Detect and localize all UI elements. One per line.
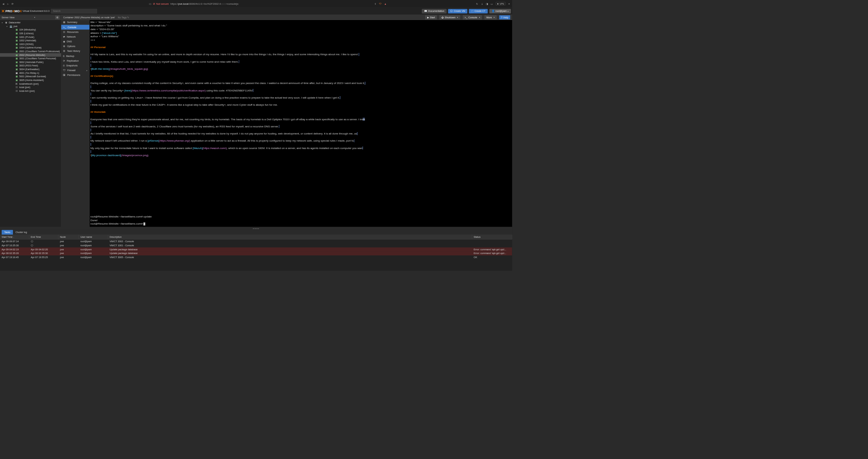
shutdown-button[interactable]: ⏻Shutdown▾ bbox=[439, 15, 460, 19]
brave-shield-icon[interactable]: 🛡 bbox=[379, 2, 381, 5]
log-row[interactable]: Apr 09 04:02:19Apr 09 04:02:20pveroot@pa… bbox=[0, 247, 512, 251]
tab-tasks[interactable]: Tasks bbox=[2, 230, 13, 235]
start-button[interactable]: ▶Start bbox=[425, 15, 437, 19]
tree-item[interactable]: ☷local-lvm (pve) bbox=[0, 89, 61, 93]
more-button[interactable]: More▾ bbox=[485, 15, 496, 19]
tree-item[interactable]: ⌘localnetwork (pve) bbox=[0, 82, 61, 86]
gear-icon[interactable]: ⚙ bbox=[55, 16, 59, 19]
pve-header: ✕PROXMOX Virtual Environment 8.0.3 📖Docu… bbox=[0, 7, 512, 15]
tree-item[interactable]: ▣1003 (DDNS) bbox=[0, 42, 61, 46]
nav-icon: >_ bbox=[63, 26, 66, 28]
forward-button[interactable]: ▶ bbox=[7, 2, 9, 5]
col-end-time[interactable]: End Time bbox=[29, 235, 58, 239]
log-body: Apr 09 09:07:14pveroot@pamVM/CT 2002 - C… bbox=[0, 239, 512, 271]
create-vm-button[interactable]: 🖵Create VM bbox=[448, 9, 468, 13]
mid-panel: Container 2002 (Resume-Website) on node … bbox=[61, 15, 512, 227]
sync-icon[interactable]: ↻ bbox=[476, 2, 478, 5]
side-nav: ▤Summary>_Console☷Resources⇄Network◉DNS⚙… bbox=[61, 20, 90, 227]
sidenav-item-console[interactable]: >_Console bbox=[61, 25, 90, 29]
col-start-time[interactable]: Start Time ↓ bbox=[0, 235, 29, 239]
col-node[interactable]: Node bbox=[58, 235, 79, 239]
tree-item[interactable]: ▣1001 (Pi-hole) bbox=[0, 35, 61, 39]
col-status[interactable]: Status bbox=[472, 235, 512, 239]
vpn-button[interactable]: ◆VPN bbox=[496, 2, 506, 5]
sidenav-item-task-history[interactable]: ☰Task History bbox=[61, 49, 90, 54]
warning-triangle-icon[interactable]: ▲ bbox=[384, 2, 387, 5]
col-description[interactable]: Description bbox=[108, 235, 472, 239]
security-status[interactable]: ⊘Not secure bbox=[153, 2, 169, 5]
breadcrumb: Container 2002 (Resume-Website) on node … bbox=[61, 15, 512, 20]
wallet-icon[interactable]: ▭ bbox=[491, 2, 493, 5]
tab-cluster-log[interactable]: Cluster log bbox=[13, 230, 29, 235]
tree-item[interactable]: ▣3001 (Cloudflare-Tunnel-Personal) bbox=[0, 57, 61, 61]
nav-icon: ⚿ bbox=[63, 74, 65, 77]
tree-item[interactable]: ▣1002 (Heimdall) bbox=[0, 39, 61, 42]
monitor-icon: 🖵 bbox=[450, 10, 453, 13]
tree-item[interactable]: ▣2002 (Resume-Website) bbox=[0, 53, 61, 57]
console-button[interactable]: >_Console▾ bbox=[463, 15, 482, 19]
sidenav-item-dns[interactable]: ◉DNS bbox=[61, 39, 90, 44]
tree-item[interactable]: ▾🖥Datacenter bbox=[0, 21, 61, 24]
tree-item[interactable]: ▾💻pve bbox=[0, 24, 61, 28]
sidebar-icon[interactable]: ◨ bbox=[486, 2, 488, 5]
tags-label[interactable]: No Tags ✎ bbox=[118, 16, 130, 19]
book-icon: 📖 bbox=[424, 10, 427, 13]
tree-item[interactable]: ▣4001 (Tor-Relay-1) bbox=[0, 71, 61, 75]
pencil-icon: ✎ bbox=[127, 16, 129, 19]
server-view-header[interactable]: Server View▾ ⚙ bbox=[0, 15, 61, 20]
drag-handle[interactable]: ▬▬▬ bbox=[0, 227, 512, 230]
create-ct-button[interactable]: ⬚Create CT bbox=[469, 9, 488, 13]
main: Server View▾ ⚙ ▾🖥Datacenter▾💻pve▣104 (Mi… bbox=[0, 15, 512, 227]
log-row[interactable]: Apr 08 02:35:28Apr 08 02:35:30pveroot@pa… bbox=[0, 251, 512, 255]
nav-icon: ⇄ bbox=[63, 35, 65, 38]
tree-item[interactable]: ▣104 (Mindustry) bbox=[0, 28, 61, 32]
sidenav-item-permissions[interactable]: ⚿Permissions bbox=[61, 73, 90, 78]
nav-icon: 🛡 bbox=[63, 69, 65, 72]
sidenav-item-snapshots[interactable]: ⎙Snapshots bbox=[61, 63, 90, 68]
console-terminal[interactable]: title = "About Me" description = "Some b… bbox=[90, 20, 512, 227]
log-row[interactable]: Apr 07 19:16:45Apr 07 19:55:25pveroot@pa… bbox=[0, 255, 512, 259]
sidebar-left: Server View▾ ⚙ ▾🖥Datacenter▾💻pve▣104 (Mi… bbox=[0, 15, 61, 227]
tree-item[interactable]: ▣1004 (Uptime-Kuma) bbox=[0, 46, 61, 50]
tree-item[interactable]: ☷local (pve) bbox=[0, 86, 61, 89]
sidenav-item-network[interactable]: ⇄Network bbox=[61, 34, 90, 39]
sidenav-item-resources[interactable]: ☷Resources bbox=[61, 29, 90, 34]
search-input[interactable] bbox=[51, 9, 97, 13]
back-button[interactable]: ◀ bbox=[2, 2, 4, 5]
sidenav-item-firewall[interactable]: 🛡Firewall▸ bbox=[61, 68, 90, 73]
tree-item[interactable]: ▣2001 (Cloudflare-Tunnel-Professional) bbox=[0, 49, 61, 53]
log-row[interactable]: Apr 07 10:25:30pveroot@pamVM/CT 1001 - C… bbox=[0, 244, 512, 248]
proxmox-logo[interactable]: ✕PROXMOX Virtual Environment 8.0.3 bbox=[1, 9, 50, 14]
log-row[interactable]: Apr 09 09:07:14pveroot@pamVM/CT 2002 - C… bbox=[0, 239, 512, 244]
sidenav-item-options[interactable]: ⚙Options bbox=[61, 44, 90, 49]
page-title: Container 2002 (Resume-Website) on node … bbox=[63, 16, 115, 19]
menu-icon[interactable]: ≡ bbox=[508, 2, 510, 5]
sidenav-item-backup[interactable]: ⎘Backup bbox=[61, 54, 90, 58]
tree-item[interactable]: ▣3005 (Home-Assistant) bbox=[0, 78, 61, 82]
tree-item[interactable]: ▣5001 (Minecraft-Survival) bbox=[0, 75, 61, 79]
reload-button[interactable]: ⟳ bbox=[12, 2, 14, 5]
power-icon: ⏻ bbox=[441, 16, 444, 19]
url-text: https://pve.local:8006/#v1:0:=lxc%2F2002… bbox=[171, 2, 239, 5]
nav-icon: ▤ bbox=[63, 21, 65, 24]
nav-arrows: ◀ ▶ ⟳ bbox=[2, 2, 14, 5]
share-icon[interactable]: ⇪ bbox=[374, 2, 376, 5]
documentation-button[interactable]: 📖Documentation bbox=[422, 9, 447, 13]
sidenav-item-summary[interactable]: ▤Summary bbox=[61, 20, 90, 25]
download-icon[interactable]: ⤓ bbox=[481, 2, 483, 5]
help-button[interactable]: ?Help bbox=[499, 15, 510, 19]
help-icon: ? bbox=[501, 16, 502, 19]
bookmark-icon[interactable]: ▭ bbox=[149, 2, 151, 5]
nav-icon: ⟳ bbox=[63, 59, 65, 62]
user-menu-button[interactable]: 👤root@pam▾ bbox=[489, 9, 511, 13]
resource-tree: ▾🖥Datacenter▾💻pve▣104 (Mindustry)▣106 (L… bbox=[0, 20, 61, 227]
url-bar[interactable]: ▭ ⊘Not secure https://pve.local:8006/#v1… bbox=[17, 2, 371, 5]
tree-item[interactable]: ▣3002 (Heimdall-Public) bbox=[0, 60, 61, 64]
tree-item[interactable]: ▣3004 (Earthwalker) bbox=[0, 67, 61, 71]
sidenav-item-replication[interactable]: ⟳Replication bbox=[61, 58, 90, 63]
tree-item[interactable]: ▣3003 (RSS-Feed) bbox=[0, 64, 61, 68]
cube-icon: ⬚ bbox=[471, 10, 473, 13]
tree-item[interactable]: ▣106 (Lichess) bbox=[0, 32, 61, 35]
chevron-down-icon: ▾ bbox=[479, 16, 480, 18]
col-user[interactable]: User name bbox=[79, 235, 108, 239]
